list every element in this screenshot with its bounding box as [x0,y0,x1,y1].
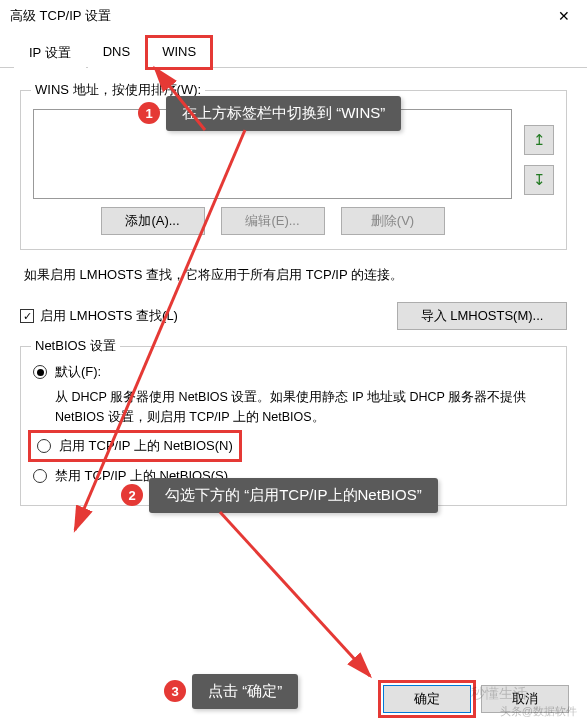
tab-ip-settings[interactable]: IP 设置 [14,37,86,68]
netbios-default-desc: 从 DHCP 服务器使用 NetBIOS 设置。如果使用静态 IP 地址或 DH… [55,387,554,427]
remove-button[interactable]: 删除(V) [341,207,445,235]
tab-content: WINS 地址，按使用排序(W): ↥ ↧ 添加(A)... 编辑(E)... … [0,68,587,516]
step-3-badge: 3 [164,680,186,702]
radio-icon [37,439,51,453]
netbios-default-label: 默认(F): [55,363,101,381]
close-button[interactable]: ✕ [541,0,587,32]
move-up-button[interactable]: ↥ [524,125,554,155]
watermark-brand: 秒懂生活 [471,685,527,703]
tab-bar: IP 设置 DNS WINS [0,32,587,68]
ok-button[interactable]: 确定 [383,685,471,713]
callout-2: 勾选下方的 “启用TCP/IP上的NetBIOS” [149,478,438,513]
tab-dns[interactable]: DNS [88,37,145,68]
checkbox-icon: ✓ [20,309,34,323]
netbios-legend: NetBIOS 设置 [31,337,120,355]
close-icon: ✕ [558,8,570,24]
title-bar: 高级 TCP/IP 设置 ✕ [0,0,587,32]
edit-button[interactable]: 编辑(E)... [221,207,325,235]
netbios-default-radio[interactable]: 默认(F): [33,363,554,381]
netbios-enable-radio[interactable]: 启用 TCP/IP 上的 NetBIOS(N) [33,435,237,457]
enable-lmhosts-label: 启用 LMHOSTS 查找(L) [40,307,178,325]
watermark-text: 头条@数据软件 [500,704,577,719]
callout-3: 点击 “确定” [192,674,298,709]
svg-line-2 [220,512,370,676]
callout-1: 在上方标签栏中切换到 “WINS” [166,96,401,131]
step-2-badge: 2 [121,484,143,506]
netbios-enable-label: 启用 TCP/IP 上的 NetBIOS(N) [59,437,233,455]
arrow-up-icon: ↥ [533,131,546,149]
lmhosts-note: 如果启用 LMHOSTS 查找，它将应用于所有启用 TCP/IP 的连接。 [24,266,567,284]
add-button[interactable]: 添加(A)... [101,207,205,235]
window-title: 高级 TCP/IP 设置 [10,7,111,25]
move-down-button[interactable]: ↧ [524,165,554,195]
tab-wins[interactable]: WINS [147,37,211,68]
step-1-badge: 1 [138,102,160,124]
enable-lmhosts-checkbox[interactable]: ✓ 启用 LMHOSTS 查找(L) [20,307,178,325]
import-lmhosts-button[interactable]: 导入 LMHOSTS(M)... [397,302,567,330]
radio-icon [33,365,47,379]
radio-icon [33,469,47,483]
arrow-down-icon: ↧ [533,171,546,189]
